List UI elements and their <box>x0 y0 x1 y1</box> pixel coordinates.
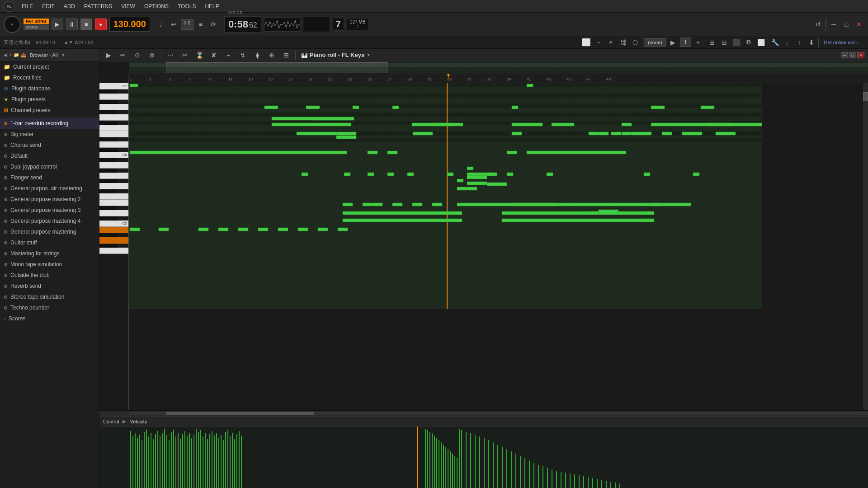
piano-key-g5[interactable] <box>99 183 128 189</box>
piano-key-d5[interactable] <box>99 210 128 216</box>
piano-key-f6[interactable] <box>99 125 128 131</box>
layout-icon[interactable]: ⬛ <box>731 37 742 48</box>
arrow-right-icon[interactable]: → <box>593 37 604 48</box>
piano-key-b5b[interactable] <box>99 158 118 162</box>
play-button[interactable]: ▶ <box>52 19 63 30</box>
glue-tool[interactable]: ⌛ <box>194 50 205 61</box>
arrow-mixer[interactable]: ▶ <box>668 37 679 48</box>
piano-key-f6b[interactable] <box>99 121 118 125</box>
piano-key-c7[interactable]: C7 <box>99 83 128 89</box>
piano-key-b5[interactable] <box>99 162 128 169</box>
control-label[interactable]: Control <box>103 419 119 424</box>
menu-edit[interactable]: EDIT <box>40 2 56 10</box>
ramp-tool[interactable]: ⌁ <box>223 50 234 61</box>
scrollbar-thumb[interactable] <box>863 92 868 101</box>
piano-roll-title-btn[interactable]: 🎹 Piano roll - FL Keys ▼ <box>301 52 371 58</box>
sidebar-item-flanger-send[interactable]: ⚙ Flanger send <box>0 172 99 183</box>
piano-key-a6[interactable] <box>99 104 128 110</box>
piano-key-c6b[interactable] <box>99 148 118 152</box>
close-icon[interactable]: ✕ <box>854 19 864 30</box>
menu-tools[interactable]: TOOLS <box>176 2 198 10</box>
sidebar-item-guitar-stuff[interactable]: ⚙ Guitar stuff <box>0 237 99 248</box>
piano-key-a5[interactable] <box>99 173 128 179</box>
minimize-icon[interactable]: ─ <box>828 19 839 30</box>
mixer-view-icon[interactable]: ⧉ <box>743 37 754 48</box>
sidebar-item-1bar-overdub[interactable]: ⚙ 1-bar overdub recording <box>0 118 99 129</box>
piano-key-a4-active[interactable] <box>99 237 128 244</box>
sidebar-item-chorus-send[interactable]: ⚙ Chorus send <box>0 140 99 150</box>
export-icon[interactable]: ⬇ <box>806 37 817 48</box>
sidebar-item-techno-pounder[interactable]: ⚙ Techno pounder <box>0 302 99 313</box>
win-close[interactable]: ✕ <box>857 52 864 58</box>
piano-key-e6[interactable] <box>99 131 128 137</box>
snap-icon[interactable]: ⌖ <box>605 37 616 48</box>
piano-key-c5b[interactable] <box>99 216 118 221</box>
piano-key-g4[interactable] <box>99 248 128 254</box>
velocity-label[interactable]: Velocity <box>130 419 147 424</box>
zoom-tool[interactable]: ✂ <box>179 50 190 61</box>
loop-icon[interactable]: ↩ <box>168 19 179 30</box>
sidebar-item-mono-tape[interactable]: ⚙ Mono tape simulation <box>0 259 99 270</box>
playlist-icon[interactable]: ⬜ <box>755 37 766 48</box>
menu-view[interactable]: VIEW <box>119 2 137 10</box>
piano-key-b6b[interactable] <box>99 89 118 94</box>
song-label[interactable]: SONG <box>24 24 49 30</box>
sidebar-recent-files[interactable]: 📁 Recent files <box>0 72 99 83</box>
piano-key-c6[interactable]: C6 <box>99 152 128 158</box>
velocity-bars-area[interactable] <box>99 427 868 488</box>
sidebar-item-gp-air-mastering[interactable]: ⚙ General purpos..air mastering <box>0 183 99 194</box>
restore-icon[interactable]: □ <box>841 19 852 30</box>
bpm-display[interactable]: 130.000 <box>109 17 150 32</box>
piano-roll-dropdown[interactable]: ▼ <box>366 52 371 57</box>
sidebar-nav-back[interactable]: ◀ <box>4 52 7 57</box>
horizontal-scrollbar[interactable] <box>99 410 868 416</box>
zoom-loop[interactable]: ⊞ <box>281 50 292 61</box>
piano-key-b4-active[interactable] <box>99 227 128 233</box>
settings-icon[interactable]: 🔧 <box>769 37 780 48</box>
piano-key-d5b[interactable] <box>99 206 118 210</box>
play-from-start[interactable]: ▶ <box>103 50 114 61</box>
channel-number[interactable]: 1 <box>680 38 691 47</box>
history-tool[interactable]: ⊙ <box>132 50 143 61</box>
link-icon[interactable]: ⛓ <box>618 37 628 48</box>
win-maximize[interactable]: □ <box>849 52 856 58</box>
metronome-icon[interactable]: ♩ <box>156 19 166 30</box>
piano-key-g4b[interactable] <box>99 244 118 248</box>
sidebar-item-mastering-strings[interactable]: ⚙ Mastering for strings <box>0 248 99 259</box>
win-minimize[interactable]: ─ <box>841 52 848 58</box>
sidebar-item-outside-club[interactable]: ⚙ Outside the club <box>0 270 99 281</box>
pause-button[interactable]: ⏸ <box>66 19 78 30</box>
sidebar-item-big-meter[interactable]: ⚙ Big meter <box>0 129 99 140</box>
mini-overview-viewport[interactable] <box>166 62 388 73</box>
sidebar-current-project[interactable]: 📁 Current project <box>0 61 99 72</box>
sidebar-channel-presets[interactable]: ⊞ Channel presets <box>0 105 99 116</box>
sidebar-item-gp-mastering-4[interactable]: ⚙ General purpose mastering 4 <box>0 216 99 226</box>
menu-help[interactable]: HELP <box>203 2 221 10</box>
sidebar-item-default[interactable]: ⚙ Default <box>0 150 99 161</box>
mixer-channel-select[interactable]: (none) <box>644 38 666 47</box>
piano-key-d6[interactable] <box>99 141 128 148</box>
mute-tool[interactable]: ✘ <box>208 50 219 61</box>
piano-key-g6[interactable] <box>99 114 128 121</box>
piano-key-b6[interactable] <box>99 94 128 100</box>
piano-key-g5b[interactable] <box>99 179 118 183</box>
sidebar-item-scores[interactable]: ♪ Scores <box>0 313 99 324</box>
draw-tool[interactable]: ✏ <box>118 50 128 61</box>
menu-file[interactable]: FILE <box>20 2 35 10</box>
drum-icon[interactable]: ⬡ <box>630 37 641 48</box>
grid-icon[interactable]: ⊞ <box>707 37 717 48</box>
vertical-scrollbar[interactable] <box>863 83 868 410</box>
split-icon[interactable]: ⊟ <box>719 37 730 48</box>
beat-display[interactable]: 3 2 <box>181 19 193 30</box>
zoom-fit[interactable]: ⊕ <box>266 50 277 61</box>
plugin-icon[interactable]: ↓ <box>782 37 793 48</box>
piano-key-c5[interactable]: C5 <box>99 221 128 227</box>
sidebar-folder-btn[interactable]: 📁 <box>14 52 19 57</box>
sidebar-add-btn[interactable]: + <box>9 52 12 57</box>
record-button[interactable]: ● <box>95 19 107 30</box>
piano-key-f5[interactable] <box>99 193 128 200</box>
hscroll-track[interactable] <box>129 412 868 415</box>
menu-add[interactable]: ADD <box>62 2 77 10</box>
hscroll-thumb[interactable] <box>166 412 314 415</box>
sidebar-item-gp-mastering-3[interactable]: ⚙ General purpose mastering 3 <box>0 205 99 216</box>
